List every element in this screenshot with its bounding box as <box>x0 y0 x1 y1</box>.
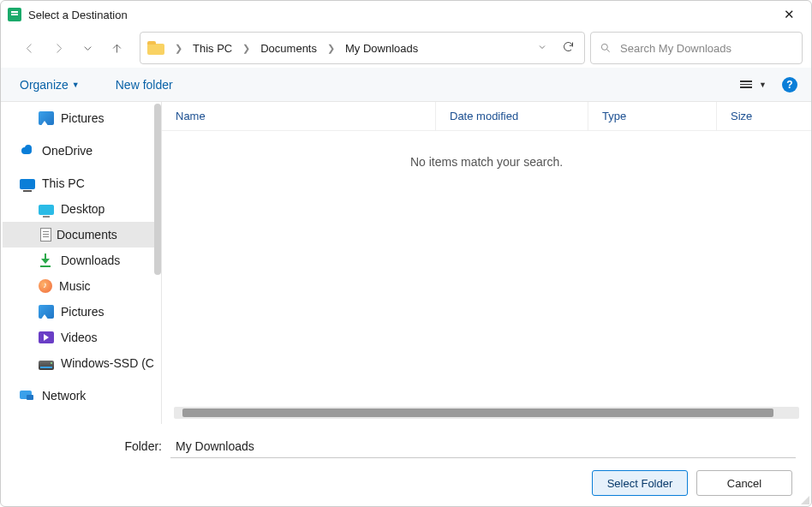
select-folder-button[interactable]: Select Folder <box>592 470 688 496</box>
pictures-icon <box>39 305 54 319</box>
sidebar-item-network[interactable]: Network <box>3 383 161 409</box>
column-name[interactable]: Name˄ <box>162 102 436 130</box>
search-icon <box>600 42 612 54</box>
button-row: Select Folder Cancel <box>16 470 796 496</box>
refresh-button[interactable] <box>557 40 579 56</box>
sidebar-item-label: Documents <box>57 228 117 242</box>
music-icon <box>39 279 52 293</box>
column-headers: Name˄ Date modified Type Size <box>162 102 811 131</box>
dialog-footer: Folder: Select Folder Cancel <box>1 424 811 506</box>
breadcrumb-thispc[interactable]: This PC <box>189 39 236 57</box>
nav-buttons <box>4 39 134 57</box>
sidebar-item-label: Music <box>59 279 91 293</box>
chevron-right-icon: ❯ <box>239 43 254 54</box>
column-size[interactable]: Size <box>717 102 811 130</box>
file-list: Name˄ Date modified Type Size No items m… <box>162 102 811 424</box>
body: Pictures OneDrive This PC Desktop Docume… <box>1 102 811 424</box>
documents-icon <box>40 228 51 242</box>
network-icon <box>20 389 35 403</box>
sidebar-item-pictures[interactable]: Pictures <box>3 105 161 131</box>
forward-button[interactable] <box>49 39 68 57</box>
caret-down-icon: ▼ <box>72 81 80 89</box>
breadcrumb-documents[interactable]: Documents <box>257 39 320 57</box>
onedrive-icon <box>20 144 35 158</box>
sidebar-item-thispc[interactable]: This PC <box>3 170 161 196</box>
folder-icon <box>147 41 164 55</box>
empty-message: No items match your search. <box>162 131 811 407</box>
sidebar-item-pictures2[interactable]: Pictures <box>3 299 161 325</box>
sidebar-item-label: Pictures <box>61 111 104 125</box>
folder-row: Folder: <box>16 434 796 458</box>
view-mode-button[interactable]: ▼ <box>740 81 767 89</box>
sidebar: Pictures OneDrive This PC Desktop Docume… <box>1 102 162 424</box>
sidebar-item-label: Windows-SSD (C <box>61 356 154 370</box>
sidebar-item-label: Videos <box>61 331 98 344</box>
newfolder-button[interactable]: New folder <box>110 75 178 95</box>
titlebar: Select a Destination ✕ <box>1 1 811 28</box>
sidebar-item-drive-c[interactable]: Windows-SSD (C <box>3 350 161 376</box>
sidebar-item-label: This PC <box>42 176 85 190</box>
horizontal-scrollbar[interactable] <box>174 407 799 419</box>
resize-grip[interactable] <box>799 494 809 504</box>
nav-row: ❯ This PC ❯ Documents ❯ My Downloads Sea… <box>1 28 811 68</box>
organize-button[interactable]: Organize▼ <box>15 75 85 95</box>
svg-point-0 <box>601 44 607 50</box>
sidebar-item-desktop[interactable]: Desktop <box>3 196 161 222</box>
sidebar-item-label: Pictures <box>61 305 104 319</box>
close-button[interactable]: ✕ <box>773 3 804 27</box>
sidebar-item-label: Desktop <box>61 202 104 216</box>
toolbar: Organize▼ New folder ▼ ? <box>1 68 811 102</box>
thispc-icon <box>20 179 35 189</box>
sidebar-item-label: Downloads <box>61 254 120 267</box>
sidebar-item-documents[interactable]: Documents <box>3 222 161 248</box>
sidebar-item-label: OneDrive <box>42 144 93 158</box>
cancel-button[interactable]: Cancel <box>696 470 792 496</box>
sort-indicator-icon: ˄ <box>296 102 301 107</box>
sidebar-item-onedrive[interactable]: OneDrive <box>3 138 161 164</box>
search-placeholder: Search My Downloads <box>620 42 731 55</box>
sidebar-item-label: Network <box>42 389 86 403</box>
desktop-icon <box>39 205 54 215</box>
search-box[interactable]: Search My Downloads <box>590 32 803 64</box>
folder-input[interactable] <box>170 434 796 458</box>
column-type[interactable]: Type <box>588 102 717 130</box>
sidebar-scrollbar[interactable] <box>154 104 161 275</box>
sidebar-item-downloads[interactable]: Downloads <box>3 248 161 273</box>
list-view-icon <box>740 81 752 88</box>
help-button[interactable]: ? <box>782 77 797 92</box>
address-bar[interactable]: ❯ This PC ❯ Documents ❯ My Downloads <box>140 32 585 64</box>
sidebar-item-music[interactable]: Music <box>3 273 161 299</box>
column-date[interactable]: Date modified <box>436 102 588 130</box>
dialog-window: Select a Destination ✕ ❯ This PC ❯ Docum… <box>0 0 812 507</box>
up-button[interactable] <box>107 39 126 57</box>
address-dropdown[interactable] <box>531 42 553 55</box>
back-button[interactable] <box>20 39 39 57</box>
folder-label: Folder: <box>16 439 162 453</box>
app-icon <box>8 8 21 21</box>
caret-down-icon: ▼ <box>759 81 767 89</box>
window-title: Select a Destination <box>28 9 773 21</box>
chevron-right-icon: ❯ <box>171 43 186 54</box>
scrollbar-thumb[interactable] <box>182 409 773 417</box>
recent-dropdown[interactable] <box>78 39 97 57</box>
videos-icon <box>39 331 54 343</box>
drive-icon <box>39 361 54 370</box>
pictures-icon <box>39 111 54 125</box>
chevron-right-icon: ❯ <box>324 43 338 54</box>
breadcrumb-mydownloads[interactable]: My Downloads <box>342 39 421 57</box>
sidebar-item-videos[interactable]: Videos <box>3 325 161 350</box>
downloads-icon <box>39 254 54 267</box>
